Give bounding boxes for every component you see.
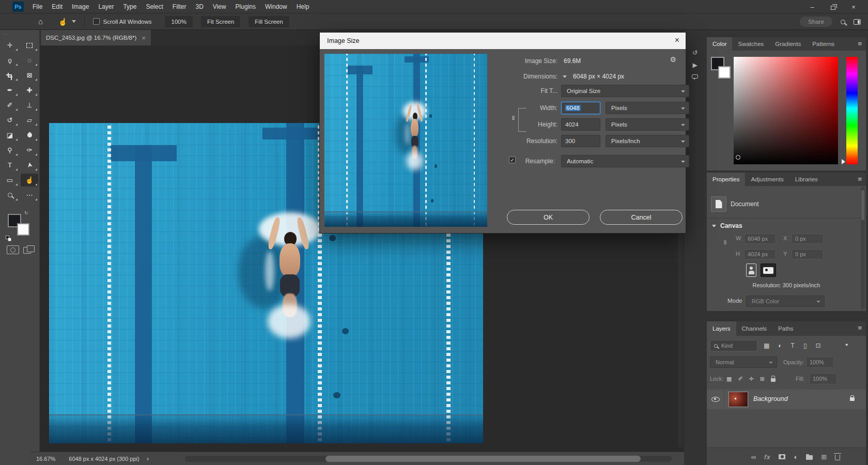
panel-menu-icon[interactable]: ≡ bbox=[858, 173, 862, 186]
horizontal-scrollbar-thumb[interactable] bbox=[326, 456, 641, 462]
height-input[interactable]: 4024 bbox=[561, 118, 600, 131]
menu-file[interactable]: File bbox=[28, 0, 47, 13]
resample-dropdown[interactable]: Automatic bbox=[561, 155, 689, 167]
tab-patterns[interactable]: Patterns bbox=[807, 37, 840, 51]
lock-all-icon[interactable] bbox=[771, 378, 776, 382]
layer-visibility-cell[interactable] bbox=[707, 390, 724, 409]
tool-brush[interactable]: ✐ bbox=[1, 99, 19, 112]
fill-screen-button[interactable]: Fill Screen bbox=[249, 16, 289, 27]
layer-thumbnail[interactable] bbox=[729, 392, 748, 407]
status-chevron-icon[interactable]: › bbox=[147, 455, 149, 462]
tab-color[interactable]: Color bbox=[707, 37, 732, 51]
tool-quick-selection[interactable]: ◌ bbox=[21, 54, 38, 67]
tool-type[interactable]: T bbox=[1, 159, 19, 172]
resolution-input[interactable]: 300 bbox=[561, 135, 600, 147]
menu-3d[interactable]: 3D bbox=[191, 0, 208, 13]
pixel-filter-icon[interactable]: ▦ bbox=[764, 343, 769, 349]
adjustment-filter-icon[interactable]: ◐ bbox=[778, 343, 782, 349]
panel-menu-icon[interactable]: ≡ bbox=[858, 321, 862, 335]
canvas-width-field[interactable]: 6048 px bbox=[744, 234, 776, 244]
tool-gradient[interactable]: ◪ bbox=[1, 129, 19, 142]
workspace-icon[interactable] bbox=[854, 19, 861, 25]
smart-object-filter-icon[interactable]: ⊡ bbox=[816, 343, 821, 349]
background-color-swatch[interactable] bbox=[17, 223, 29, 236]
menu-filter[interactable]: Filter bbox=[168, 0, 191, 13]
tab-layers[interactable]: Layers bbox=[707, 321, 736, 336]
layer-row[interactable]: Background bbox=[707, 390, 866, 409]
menu-edit[interactable]: Edit bbox=[47, 0, 67, 13]
screen-mode-button[interactable] bbox=[23, 245, 36, 254]
history-icon[interactable]: ↺ bbox=[692, 50, 698, 56]
panel-menu-icon[interactable]: ≡ bbox=[858, 37, 862, 51]
document-tab[interactable]: DSC_2453.jpg @ 16.7% (RGB/8*) × bbox=[41, 30, 151, 45]
swap-colors-icon[interactable]: ↻ bbox=[24, 210, 28, 215]
tab-adjustments[interactable]: Adjustments bbox=[745, 173, 789, 186]
tool-path-selection[interactable]: ➤ bbox=[21, 159, 38, 172]
panel-scrollbar[interactable] bbox=[861, 187, 865, 309]
default-colors-icon[interactable] bbox=[6, 236, 12, 242]
zoom-100-button[interactable]: 100% bbox=[165, 16, 192, 27]
width-input[interactable]: 6048 bbox=[561, 102, 600, 114]
actions-icon[interactable]: ▶ bbox=[692, 62, 697, 68]
tool-edit-toolbar[interactable]: ⋯ bbox=[21, 189, 38, 202]
saturation-brightness-field[interactable] bbox=[734, 57, 838, 164]
link-dimensions-icon[interactable]: ∞ bbox=[510, 116, 517, 120]
background-color-swatch[interactable] bbox=[718, 66, 731, 79]
chevron-down-icon[interactable] bbox=[72, 20, 76, 23]
tab-properties[interactable]: Properties bbox=[707, 173, 745, 186]
adjustment-layer-icon[interactable]: ◐ bbox=[794, 454, 798, 460]
tool-blur[interactable] bbox=[21, 129, 38, 142]
home-icon[interactable]: ⌂ bbox=[38, 17, 43, 26]
menu-window[interactable]: Window bbox=[260, 0, 292, 13]
tool-eyedropper[interactable]: ✒ bbox=[1, 84, 19, 97]
ok-button[interactable]: OK bbox=[507, 210, 590, 225]
cancel-button[interactable]: Cancel bbox=[600, 210, 683, 225]
layer-filter-search[interactable]: Kind bbox=[710, 340, 757, 351]
menu-plugins[interactable]: Plugins bbox=[231, 0, 260, 13]
link-layers-icon[interactable]: ∞ bbox=[751, 454, 756, 460]
resolution-unit-dropdown[interactable]: Pixels/Inch bbox=[606, 135, 689, 147]
tool-move[interactable]: ✛ bbox=[1, 39, 19, 52]
search-icon[interactable] bbox=[841, 20, 845, 24]
close-icon[interactable]: × bbox=[843, 0, 864, 13]
tool-zoom[interactable] bbox=[1, 189, 19, 202]
portrait-orientation-button[interactable] bbox=[746, 264, 756, 277]
toolbar-grip[interactable]: ·· bbox=[3, 32, 39, 37]
menu-view[interactable]: View bbox=[208, 0, 231, 13]
filter-toggle-icon[interactable]: ● bbox=[845, 342, 848, 347]
tool-pen[interactable]: ✑ bbox=[21, 144, 38, 157]
scroll-all-windows-checkbox[interactable] bbox=[93, 18, 100, 25]
zoom-level[interactable]: 16.67% bbox=[36, 456, 55, 462]
hue-slider-bar[interactable] bbox=[846, 57, 858, 164]
landscape-orientation-button[interactable] bbox=[761, 264, 776, 277]
tool-hand[interactable]: ☝ bbox=[21, 174, 38, 187]
tool-frame[interactable]: ⊠ bbox=[21, 69, 38, 82]
new-layer-icon[interactable]: ⊞ bbox=[821, 454, 827, 460]
tool-rectangular-marquee[interactable] bbox=[21, 39, 38, 52]
tab-channels[interactable]: Channels bbox=[736, 321, 773, 336]
dialog-title-bar[interactable]: Image Size × bbox=[320, 33, 686, 49]
menu-layer[interactable]: Layer bbox=[94, 0, 118, 13]
tab-libraries[interactable]: Libraries bbox=[789, 173, 824, 186]
hue-slider-arrow-icon[interactable] bbox=[842, 159, 845, 164]
tab-paths[interactable]: Paths bbox=[772, 321, 799, 336]
canvas-y-field[interactable]: 0 px bbox=[792, 249, 824, 259]
menu-select[interactable]: Select bbox=[141, 0, 167, 13]
height-unit-dropdown[interactable]: Pixels bbox=[606, 118, 689, 131]
tool-clone-stamp[interactable]: ⊥ bbox=[21, 99, 38, 112]
opacity-field[interactable]: 100% bbox=[806, 357, 834, 368]
width-unit-dropdown[interactable]: Pixels bbox=[606, 102, 689, 114]
color-picker-ring[interactable] bbox=[736, 155, 740, 160]
quick-mask-button[interactable] bbox=[7, 245, 19, 254]
lock-position-icon[interactable]: ✛ bbox=[749, 376, 754, 382]
fit-to-dropdown[interactable]: Original Size bbox=[561, 85, 689, 97]
shape-filter-icon[interactable]: ▯ bbox=[803, 343, 807, 349]
link-canvas-icon[interactable]: ∞ bbox=[722, 240, 729, 245]
tool-rectangle[interactable]: ▭ bbox=[1, 174, 19, 187]
panel-scrollbar-thumb[interactable] bbox=[861, 190, 864, 220]
hand-tool-icon[interactable]: ☝ bbox=[58, 18, 67, 26]
tool-history-brush[interactable]: ↺ bbox=[1, 114, 19, 127]
menu-type[interactable]: Type bbox=[118, 0, 141, 13]
lock-image-icon[interactable]: ✐ bbox=[738, 376, 742, 382]
comments-icon[interactable] bbox=[692, 74, 698, 79]
